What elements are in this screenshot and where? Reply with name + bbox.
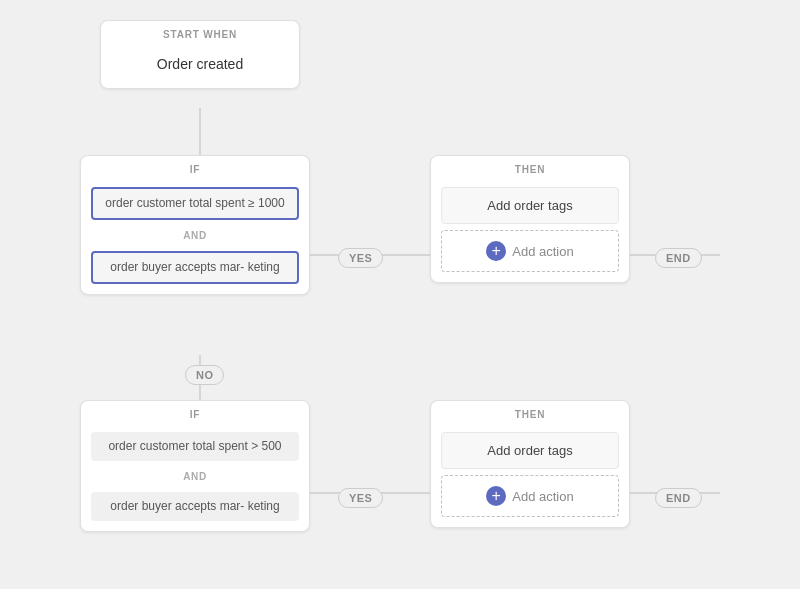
then-bottom-header: THEN bbox=[431, 401, 629, 426]
start-when-node: START WHEN Order created bbox=[100, 20, 300, 89]
and-label-top: AND bbox=[81, 226, 309, 245]
start-when-header: START WHEN bbox=[101, 21, 299, 46]
condition-bottom-2[interactable]: order buyer accepts mar- keting bbox=[91, 492, 299, 521]
end-label-bottom: END bbox=[655, 488, 702, 508]
start-when-body: Order created bbox=[101, 46, 299, 88]
then-top-header: THEN bbox=[431, 156, 629, 181]
and-label-bottom: AND bbox=[81, 467, 309, 486]
add-action-button-top[interactable]: + Add action bbox=[441, 230, 619, 272]
condition-bottom-1[interactable]: order customer total spent > 500 bbox=[91, 432, 299, 461]
add-action-button-bottom[interactable]: + Add action bbox=[441, 475, 619, 517]
yes-label-top: YES bbox=[338, 248, 383, 268]
then-node-top: THEN Add order tags + Add action bbox=[430, 155, 630, 283]
if-top-header: IF bbox=[81, 156, 309, 181]
if-node-bottom[interactable]: IF order customer total spent > 500 AND … bbox=[80, 400, 310, 532]
end-label-top: END bbox=[655, 248, 702, 268]
add-action-label-top: Add action bbox=[512, 244, 573, 259]
add-action-icon-bottom: + bbox=[486, 486, 506, 506]
action-item-bottom[interactable]: Add order tags bbox=[441, 432, 619, 469]
workflow-canvas: START WHEN Order created IF order custom… bbox=[0, 0, 800, 589]
add-action-icon-top: + bbox=[486, 241, 506, 261]
then-node-bottom: THEN Add order tags + Add action bbox=[430, 400, 630, 528]
no-label: NO bbox=[185, 365, 224, 385]
condition-top-2[interactable]: order buyer accepts mar- keting bbox=[91, 251, 299, 284]
yes-label-bottom: YES bbox=[338, 488, 383, 508]
if-node-top[interactable]: IF order customer total spent ≥ 1000 AND… bbox=[80, 155, 310, 295]
if-bottom-header: IF bbox=[81, 401, 309, 426]
condition-top-1[interactable]: order customer total spent ≥ 1000 bbox=[91, 187, 299, 220]
action-item-top[interactable]: Add order tags bbox=[441, 187, 619, 224]
add-action-label-bottom: Add action bbox=[512, 489, 573, 504]
